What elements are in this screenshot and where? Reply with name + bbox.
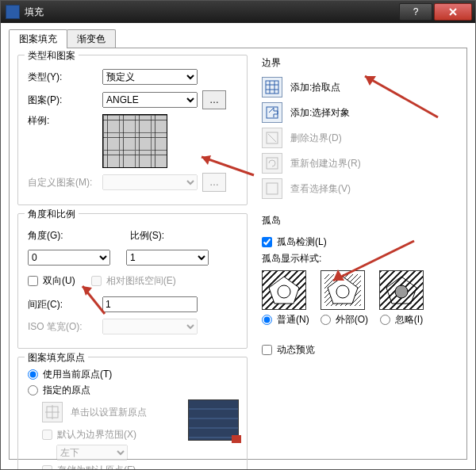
island-normal-img[interactable] [262,270,306,310]
island-detect-check[interactable]: 孤岛检测(L) [262,235,459,249]
type-select[interactable]: 预定义 [102,69,198,85]
remove-boundary-label: 删除边界(D) [290,132,342,145]
view-selection-label: 查看选择集(V) [290,182,351,196]
svg-rect-5 [266,81,278,94]
corner-select: 左下 [56,445,128,460]
islands-title: 孤岛 [262,212,459,232]
svg-point-16 [278,285,290,298]
store-default-label: 存储为默认原点(F) [57,464,136,470]
relpaper-check: 相对图纸空间(E) [91,274,176,288]
relpaper-label: 相对图纸空间(E) [106,274,176,288]
pick-origin-icon [42,402,63,422]
pattern-browse-button[interactable]: … [202,90,226,109]
bidir-check[interactable]: 双向(U) [28,274,75,288]
label-angle: 角度(G): [28,229,63,243]
remove-boundary-icon [262,128,282,148]
custom-pattern-select [102,174,198,190]
svg-line-12 [268,134,276,142]
default-extent-check: 默认为边界范围(X) [42,428,178,441]
island-outer-label: 外部(O) [336,313,368,327]
label-custom-pattern: 自定义图案(M): [28,176,98,189]
bidir-label: 双向(U) [43,274,75,288]
island-detect-label: 孤岛检测(L) [277,235,327,249]
window-title: 填充 [25,6,399,19]
recreate-boundary-icon [262,153,282,174]
app-icon [6,5,20,19]
iso-select [102,319,198,334]
group-title-type: 类型和图案 [25,49,79,63]
island-outer[interactable]: 外部(O) [321,313,368,327]
svg-point-21 [395,285,408,298]
recreate-boundary-label: 重新创建边界(R) [290,157,361,170]
help-button[interactable]: ? [399,3,432,21]
group-title-origin: 图案填充原点 [25,351,88,365]
origin-current-label: 使用当前原点(T) [43,368,112,381]
close-button[interactable] [434,3,472,21]
group-angle-scale: 角度和比例 角度(G): 比例(S): 0 1 双向(U) 相对图纸空间(E) [17,213,248,349]
origin-preview [188,399,239,441]
origin-specified[interactable]: 指定的原点 [28,384,239,397]
island-normal-label: 普通(N) [277,313,309,327]
angle-select[interactable]: 0 [28,250,110,266]
origin-specified-label: 指定的原点 [43,384,90,397]
group-origin: 图案填充原点 使用当前原点(T) 指定的原点 单击以设置新原点 默认为边界范围(… [17,357,248,470]
select-obj-label[interactable]: 添加:选择对象 [290,106,350,120]
svg-rect-10 [267,107,278,118]
view-selection-icon [262,178,282,199]
spacing-input[interactable] [102,296,198,312]
pick-origin-label: 单击以设置新原点 [71,406,147,419]
dynamic-preview-check[interactable]: 动态预览 [262,343,459,357]
group-type-pattern: 类型和图案 类型(Y): 预定义 图案(P): ANGLE … 样例: [17,55,248,205]
label-sample: 样例: [28,114,98,128]
label-scale: 比例(S): [130,229,164,243]
tab-gradient[interactable]: 渐变色 [67,29,116,48]
island-normal[interactable]: 普通(N) [262,313,309,327]
scale-select[interactable]: 1 [126,250,209,266]
island-ignore-label: 忽略(I) [395,313,423,327]
pattern-select[interactable]: ANGLE [102,92,198,108]
svg-point-19 [336,285,349,298]
default-extent-label: 默认为边界范围(X) [57,428,136,441]
island-ignore-img[interactable] [379,270,424,310]
label-spacing: 间距(C): [28,298,98,311]
pick-point-label[interactable]: 添加:拾取点 [290,81,340,94]
group-title-angle: 角度和比例 [25,208,79,221]
label-type: 类型(Y): [28,71,98,84]
store-default-check: 存储为默认原点(F) [42,464,178,470]
pick-point-icon[interactable] [262,77,282,97]
pattern-swatch[interactable] [102,114,167,168]
island-ignore[interactable]: 忽略(I) [379,313,424,327]
custom-pattern-browse: … [202,173,226,192]
island-outer-img[interactable] [321,270,365,310]
origin-current[interactable]: 使用当前原点(T) [28,368,239,381]
island-style-title: 孤岛显示样式: [262,252,459,266]
svg-rect-14 [267,183,278,194]
tab-hatch[interactable]: 图案填充 [9,29,67,48]
svg-rect-13 [267,158,278,169]
boundary-title: 边界 [262,55,459,75]
label-pattern: 图案(P): [28,94,98,107]
select-obj-icon[interactable] [262,102,282,123]
label-iso: ISO 笔宽(O): [28,320,98,334]
dynamic-preview-label: 动态预览 [277,343,315,357]
